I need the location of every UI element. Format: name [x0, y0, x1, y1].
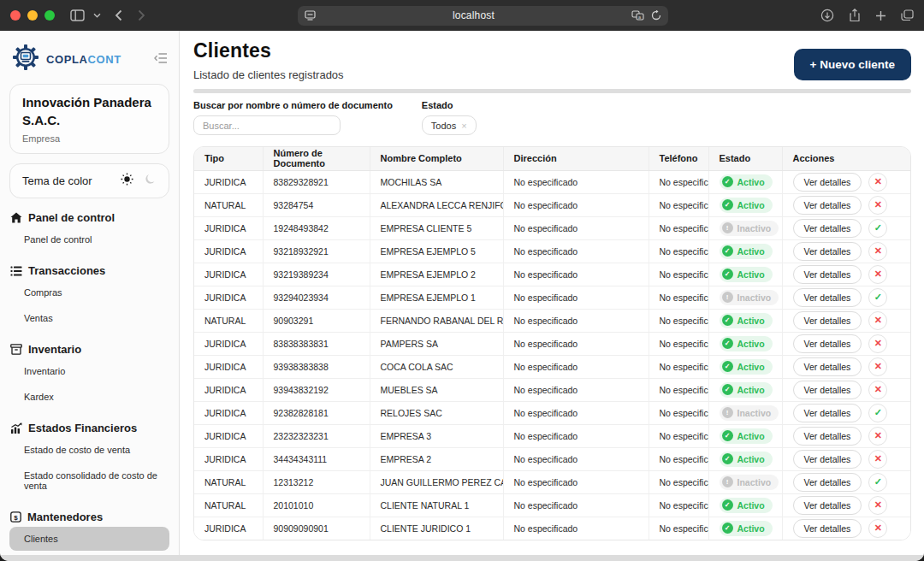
cell-documento: 90903291 [263, 309, 370, 332]
toggle-status-button[interactable]: ✓ [868, 473, 887, 492]
chip-close-icon[interactable]: × [461, 121, 466, 131]
sidebar-item-estado-de-costo-de-venta[interactable]: Estado de costo de venta [9, 438, 169, 462]
cell-estado: ✓ Activo [708, 170, 782, 193]
view-details-button[interactable]: Ver detalles [793, 357, 862, 376]
new-client-button[interactable]: + Nuevo cliente [794, 49, 911, 80]
minimize-window-button[interactable] [27, 10, 38, 21]
cell-documento: 93294023934 [263, 286, 370, 309]
view-details-button[interactable]: Ver detalles [793, 404, 862, 422]
cell-acciones: Ver detalles ✓ [782, 401, 911, 424]
cell-estado: ✓ Activo [708, 263, 782, 286]
cell-nombre: FERNANDO RABANAL DEL ROCIO [370, 309, 503, 332]
view-details-button[interactable]: Ver detalles [793, 265, 862, 284]
sidebar-item-clientes[interactable]: Clientes [9, 527, 169, 551]
sidebar-item-ventas[interactable]: Ventas [9, 306, 169, 330]
sidebar-item-inventario[interactable]: Inventario [9, 359, 169, 383]
view-details-button[interactable]: Ver detalles [793, 427, 862, 446]
toggle-status-button[interactable]: ✕ [868, 357, 887, 376]
collapse-sidebar-icon[interactable] [154, 51, 168, 67]
view-details-button[interactable]: Ver detalles [793, 311, 862, 330]
table-row: JURIDICA 92382828181 RELOJES SAC No espe… [194, 401, 911, 424]
status-dot-icon: ✓ [722, 453, 733, 464]
view-details-button[interactable]: Ver detalles [793, 519, 862, 538]
toggle-status-button[interactable]: ✓ [868, 404, 887, 422]
cell-direccion: No especificado [503, 332, 649, 355]
cell-telefono: No especificado [649, 193, 708, 216]
toggle-status-button[interactable]: ✕ [868, 450, 887, 469]
view-details-button[interactable]: Ver detalles [793, 219, 862, 238]
translate-icon[interactable]: a [631, 10, 644, 21]
estado-filter-label: Estado [422, 100, 477, 110]
toggle-status-button[interactable]: ✕ [868, 427, 887, 446]
cell-telefono: No especificado [649, 170, 708, 193]
status-dot-icon: ! [722, 476, 733, 487]
tabs-overview-icon[interactable] [901, 9, 914, 21]
cell-acciones: Ver detalles ✕ [782, 193, 911, 216]
status-badge: ✓ Activo [720, 174, 773, 190]
cell-documento: 83838383831 [263, 332, 370, 355]
toggle-status-button[interactable]: ✕ [868, 173, 887, 192]
sidebar: COPLACONT Innovación Panadera S.A.C. Emp… [0, 31, 180, 555]
view-details-button[interactable]: Ver detalles [793, 288, 862, 307]
chevron-down-icon[interactable] [93, 13, 101, 18]
view-details-button[interactable]: Ver detalles [793, 381, 862, 399]
nav-section-estados-financieros: Estados Financieros [9, 420, 169, 436]
search-input[interactable] [193, 115, 341, 135]
status-dot-icon: ✓ [722, 361, 733, 372]
box-dollar-icon: $ [10, 511, 21, 523]
estado-filter-chip[interactable]: Todos × [422, 115, 477, 135]
close-window-button[interactable] [10, 10, 21, 21]
toggle-status-button[interactable]: ✕ [868, 334, 887, 353]
status-dot-icon: ✓ [722, 384, 733, 395]
gear-monitor-logo-icon [11, 43, 40, 75]
toggle-status-button[interactable]: ✕ [868, 196, 887, 215]
share-icon[interactable] [849, 9, 861, 22]
sidebar-item-compras[interactable]: Compras [9, 280, 169, 304]
toggle-status-button[interactable]: ✕ [868, 519, 887, 538]
view-details-button[interactable]: Ver detalles [793, 496, 862, 515]
toggle-status-button[interactable]: ✕ [868, 381, 887, 399]
view-details-button[interactable]: Ver detalles [793, 334, 862, 353]
zoom-window-button[interactable] [44, 10, 55, 21]
sidebar-item-estado-consolidado-de-costo-de-venta[interactable]: Estado consolidado de costo de venta [9, 464, 169, 498]
cell-acciones: Ver detalles ✕ [782, 332, 911, 355]
view-details-button[interactable]: Ver detalles [793, 242, 862, 261]
cell-documento: 19248493842 [263, 216, 370, 239]
cell-direccion: No especificado [503, 263, 649, 286]
table-row: JURIDICA 93938383838 COCA COLA SAC No es… [194, 355, 911, 378]
toggle-status-button[interactable]: ✓ [868, 288, 887, 307]
cell-acciones: Ver detalles ✕ [782, 493, 911, 517]
downloads-icon[interactable] [820, 9, 834, 22]
moon-icon[interactable] [145, 174, 157, 189]
view-details-button[interactable]: Ver detalles [793, 173, 862, 192]
cell-acciones: Ver detalles ✓ [782, 286, 911, 309]
sun-icon[interactable] [121, 173, 133, 189]
cell-telefono: No especificado [649, 378, 708, 401]
toggle-status-button[interactable]: ✓ [868, 219, 887, 238]
view-details-button[interactable]: Ver detalles [793, 196, 862, 215]
cell-acciones: Ver detalles ✓ [782, 470, 911, 493]
toggle-status-button[interactable]: ✕ [868, 496, 887, 515]
sidebar-toggle-icon[interactable] [70, 9, 85, 21]
toggle-status-button[interactable]: ✕ [868, 265, 887, 284]
cell-telefono: No especificado [649, 447, 708, 470]
view-details-button[interactable]: Ver detalles [793, 473, 862, 492]
cell-telefono: No especificado [649, 517, 708, 540]
reload-icon[interactable] [651, 10, 661, 21]
forward-icon[interactable] [138, 9, 145, 21]
back-icon[interactable] [115, 9, 122, 21]
cell-documento: 93943832192 [263, 378, 370, 401]
toggle-status-button[interactable]: ✕ [868, 242, 887, 261]
table-row: JURIDICA 93943832192 MUEBLES SA No espec… [194, 378, 911, 401]
sidebar-item-kardex[interactable]: Kardex [9, 385, 169, 409]
cell-nombre: EMPRESA CLIENTE 5 [370, 216, 503, 239]
table-row: JURIDICA 83838383831 PAMPERS SA No espec… [194, 332, 911, 355]
sidebar-item-panel-de-control[interactable]: Panel de control [9, 227, 169, 251]
cell-nombre: PAMPERS SA [370, 332, 503, 355]
url-bar[interactable]: localhost a [298, 6, 668, 26]
new-tab-icon[interactable] [875, 10, 886, 21]
status-badge: ✓ Activo [720, 313, 773, 328]
toggle-status-button[interactable]: ✕ [868, 311, 887, 330]
cell-estado: ✓ Activo [708, 447, 782, 470]
view-details-button[interactable]: Ver detalles [793, 450, 862, 469]
